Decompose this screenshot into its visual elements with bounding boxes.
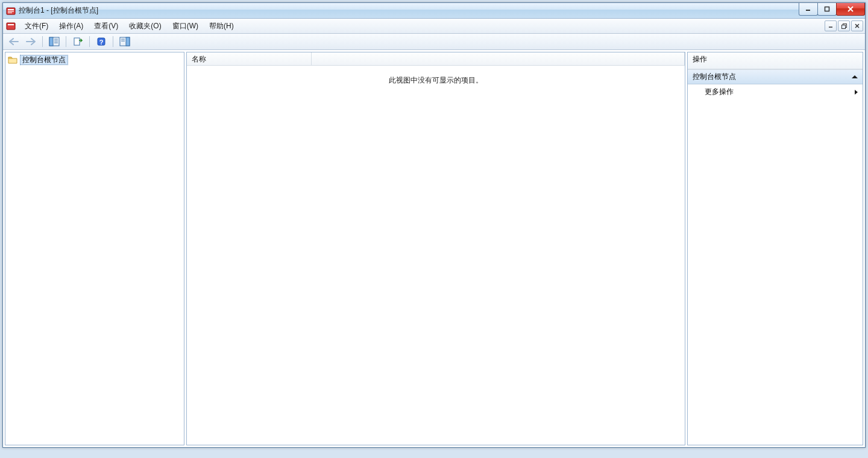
empty-message: 此视图中没有可显示的项目。: [187, 66, 685, 86]
show-hide-tree-button[interactable]: [47, 34, 61, 49]
svg-rect-16: [49, 37, 53, 46]
actions-pane-title: 操作: [688, 52, 863, 69]
menu-fav[interactable]: 收藏夹(O): [124, 19, 166, 33]
svg-rect-24: [126, 37, 130, 46]
close-button[interactable]: [836, 3, 865, 16]
folder-icon: [8, 55, 17, 64]
tree-pane[interactable]: 控制台根节点: [5, 52, 184, 445]
column-header-spacer[interactable]: [312, 52, 685, 65]
body-split: 控制台根节点 名称 此视图中没有可显示的项目。 操作 控制台根节点 更多操作: [3, 50, 865, 447]
svg-rect-8: [7, 23, 15, 30]
tree-root-node[interactable]: 控制台根节点: [8, 54, 184, 65]
help-button[interactable]: ?: [94, 34, 108, 49]
menu-action[interactable]: 操作(A): [54, 19, 89, 33]
svg-rect-12: [841, 25, 845, 28]
chevron-right-icon: [855, 90, 858, 95]
actions-pane: 操作 控制台根节点 更多操作: [687, 52, 863, 445]
actions-more[interactable]: 更多操作: [688, 84, 863, 99]
svg-rect-1: [8, 9, 14, 10]
export-list-button[interactable]: [71, 34, 85, 49]
column-header-name[interactable]: 名称: [187, 52, 312, 65]
mmc-app-icon: [6, 6, 16, 16]
menu-window[interactable]: 窗口(W): [167, 19, 204, 33]
toolbar-separator: [89, 36, 90, 47]
forward-button[interactable]: [24, 34, 38, 49]
window-title: 控制台1 - [控制台根节点]: [19, 5, 98, 16]
list-pane[interactable]: 名称 此视图中没有可显示的项目。: [186, 52, 685, 445]
toolbar-separator: [113, 36, 113, 47]
mdi-buttons: [823, 20, 863, 31]
mdi-close-button[interactable]: [851, 20, 863, 31]
maximize-button[interactable]: [817, 3, 837, 16]
mmc-document-icon: [6, 21, 16, 31]
toolbar-separator: [66, 36, 66, 47]
toolbar: ?: [3, 34, 865, 50]
back-button[interactable]: [7, 34, 21, 49]
toolbar-separator: [42, 36, 43, 47]
menu-bar: 文件(F) 操作(A) 查看(V) 收藏夹(O) 窗口(W) 帮助(H): [3, 19, 865, 34]
mmc-window: 控制台1 - [控制台根节点] 文件(F) 操作(A) 查看(V) 收藏夹(O): [2, 2, 866, 448]
svg-rect-3: [8, 12, 12, 13]
svg-text:?: ?: [99, 39, 104, 46]
svg-rect-9: [8, 24, 14, 25]
tree-root-label: 控制台根节点: [20, 55, 68, 65]
mdi-restore-button[interactable]: [838, 20, 850, 31]
svg-rect-20: [74, 38, 80, 45]
menu-help[interactable]: 帮助(H): [204, 19, 239, 33]
menu-view[interactable]: 查看(V): [89, 19, 124, 33]
actions-group-label: 控制台根节点: [693, 72, 736, 82]
svg-rect-2: [8, 11, 14, 12]
svg-rect-5: [825, 7, 829, 11]
show-hide-action-pane-button[interactable]: [118, 34, 132, 49]
window-buttons: [799, 3, 865, 15]
collapse-icon: [852, 75, 858, 78]
minimize-button[interactable]: [799, 3, 818, 16]
mdi-minimize-button[interactable]: [825, 20, 837, 31]
list-header: 名称: [187, 52, 685, 66]
menu-file[interactable]: 文件(F): [19, 19, 54, 33]
actions-group-header[interactable]: 控制台根节点: [688, 69, 863, 84]
title-bar[interactable]: 控制台1 - [控制台根节点]: [3, 3, 865, 19]
actions-more-label: 更多操作: [705, 87, 734, 97]
